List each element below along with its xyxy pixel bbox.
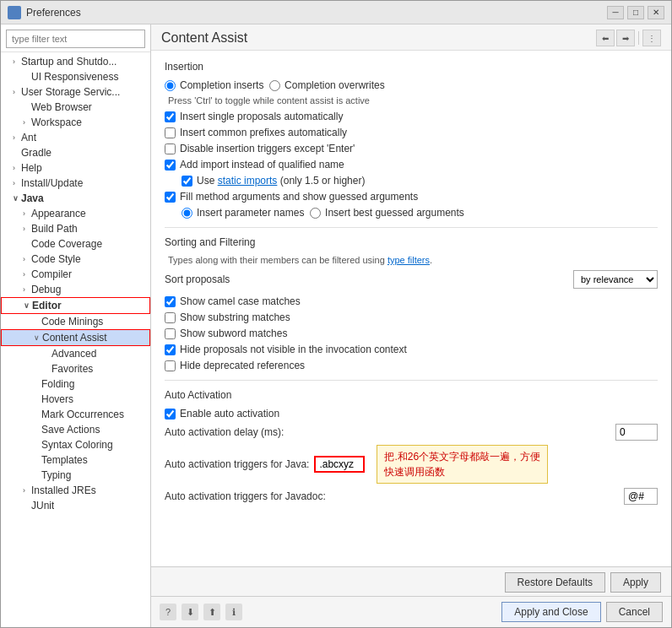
- sidebar-item-typing[interactable]: Typing: [1, 468, 150, 483]
- add-import-checkbox[interactable]: [165, 160, 176, 171]
- add-import-row: Add import instead of qualified name: [165, 159, 658, 171]
- camel-case-checkbox[interactable]: [165, 296, 176, 307]
- sidebar-item-gradle[interactable]: Gradle: [1, 145, 150, 160]
- javadoc-trigger-input[interactable]: [624, 488, 658, 505]
- sidebar-item-label: Appearance: [31, 208, 86, 219]
- enable-auto-activation-checkbox[interactable]: [165, 409, 176, 420]
- sidebar-item-label: Web Browser: [31, 101, 92, 113]
- sidebar-item-favorites[interactable]: Favorites: [1, 361, 150, 376]
- sidebar-item-label: Install/Update: [21, 177, 83, 189]
- sorting-hint-end: .: [430, 255, 432, 265]
- back-button[interactable]: ⬅: [596, 30, 615, 46]
- sidebar-item-save-actions[interactable]: Save Actions: [1, 422, 150, 437]
- maximize-button[interactable]: □: [627, 6, 644, 19]
- panel-toolbar: ⬅ ➡ ⋮: [596, 30, 661, 46]
- fill-method-label: Fill method arguments and show guessed a…: [180, 191, 418, 203]
- sidebar-item-label: JUnit: [31, 500, 54, 512]
- menu-button[interactable]: ⋮: [642, 30, 661, 46]
- sidebar: › Startup and Shutdo... UI Responsivenes…: [1, 24, 151, 627]
- insert-common-checkbox[interactable]: [165, 127, 176, 138]
- sidebar-item-label: Save Actions: [41, 424, 100, 436]
- sidebar-item-help[interactable]: › Help: [1, 160, 150, 176]
- sidebar-item-compiler[interactable]: › Compiler: [1, 267, 150, 282]
- sidebar-item-code-style[interactable]: › Code Style: [1, 252, 150, 267]
- java-trigger-input[interactable]: [314, 456, 365, 473]
- insert-single-row: Insert single proposals automatically: [165, 111, 658, 122]
- sidebar-item-installed-jres[interactable]: › Installed JREs: [1, 483, 150, 498]
- sidebar-item-build-path[interactable]: › Build Path: [1, 221, 150, 236]
- sidebar-item-editor[interactable]: ∨ Editor: [1, 297, 150, 314]
- sidebar-item-mark-occurrences[interactable]: Mark Occurrences: [1, 407, 150, 422]
- completion-overwrites-radio[interactable]: [269, 80, 280, 91]
- sort-proposals-label: Sort proposals: [165, 273, 573, 285]
- sidebar-item-startup[interactable]: › Startup and Shutdo...: [1, 54, 150, 69]
- tree: › Startup and Shutdo... UI Responsivenes…: [1, 52, 150, 627]
- sidebar-item-debug[interactable]: › Debug: [1, 282, 150, 297]
- completion-overwrites-label[interactable]: Completion overwrites: [285, 79, 385, 91]
- cancel-button[interactable]: Cancel: [606, 602, 663, 622]
- static-imports-link[interactable]: static imports: [218, 175, 278, 187]
- sidebar-item-label: Code Style: [31, 253, 81, 265]
- sidebar-item-label: Compiler: [31, 268, 72, 280]
- divider-2: [165, 380, 658, 381]
- sidebar-item-ui-responsiveness[interactable]: UI Responsiveness: [1, 69, 150, 84]
- hide-not-visible-checkbox[interactable]: [165, 344, 176, 355]
- help-icon[interactable]: ?: [160, 604, 176, 620]
- param-mode-row: Insert parameter names Insert best guess…: [165, 207, 658, 219]
- auto-activation-section-title: Auto Activation: [165, 389, 658, 401]
- enable-auto-activation-row: Enable auto activation: [165, 408, 658, 420]
- sidebar-item-appearance[interactable]: › Appearance: [1, 206, 150, 221]
- apply-and-close-button[interactable]: Apply and Close: [501, 602, 600, 622]
- panel-header: Content Assist ⬅ ➡ ⋮: [151, 24, 671, 51]
- fill-method-checkbox[interactable]: [165, 192, 176, 203]
- insert-param-radio[interactable]: [182, 208, 192, 219]
- close-button[interactable]: ✕: [648, 6, 664, 19]
- minimize-button[interactable]: ─: [607, 6, 624, 19]
- insert-best-radio[interactable]: [310, 208, 321, 219]
- completion-inserts-label[interactable]: Completion inserts: [180, 79, 263, 91]
- sidebar-item-user-storage[interactable]: › User Storage Servic...: [1, 84, 150, 100]
- sidebar-item-syntax-coloring[interactable]: Syntax Coloring: [1, 437, 150, 452]
- export-icon[interactable]: ⬇: [182, 604, 198, 620]
- forward-button[interactable]: ➡: [616, 30, 635, 46]
- search-input[interactable]: [6, 30, 145, 48]
- divider-1: [165, 227, 658, 228]
- import-icon[interactable]: ⬆: [203, 604, 220, 620]
- sidebar-item-code-minings[interactable]: Code Minings: [1, 314, 150, 329]
- info-icon[interactable]: ℹ: [225, 604, 242, 620]
- delay-input[interactable]: [615, 424, 658, 441]
- sidebar-item-java[interactable]: ∨ Java: [1, 191, 150, 206]
- sidebar-item-label: Java: [21, 192, 44, 204]
- arrow-icon: ›: [13, 57, 21, 66]
- sidebar-item-ant[interactable]: › Ant: [1, 130, 150, 145]
- apply-button[interactable]: Apply: [610, 572, 661, 593]
- disable-insertion-checkbox[interactable]: [165, 143, 176, 154]
- sidebar-item-install-update[interactable]: › Install/Update: [1, 176, 150, 191]
- arrow-icon: ›: [23, 209, 31, 218]
- sidebar-item-web-browser[interactable]: Web Browser: [1, 100, 150, 115]
- subword-label: Show subword matches: [180, 328, 287, 339]
- completion-inserts-radio[interactable]: [165, 80, 176, 91]
- sidebar-item-junit[interactable]: JUnit: [1, 498, 150, 513]
- restore-defaults-button[interactable]: Restore Defaults: [505, 572, 605, 593]
- substring-checkbox[interactable]: [165, 312, 176, 323]
- arrow-icon: ∨: [13, 194, 21, 203]
- use-static-checkbox[interactable]: [182, 176, 192, 187]
- right-panel: Content Assist ⬅ ➡ ⋮ Insertion Completio…: [151, 24, 671, 627]
- sidebar-item-workspace[interactable]: › Workspace: [1, 115, 150, 130]
- sidebar-item-templates[interactable]: Templates: [1, 452, 150, 468]
- sidebar-item-content-assist[interactable]: ∨ Content Assist: [1, 329, 150, 346]
- sorting-hint: Types along with their members can be fi…: [165, 255, 658, 265]
- sidebar-item-code-coverage[interactable]: Code Coverage: [1, 236, 150, 252]
- hide-deprecated-checkbox[interactable]: [165, 360, 176, 371]
- sidebar-item-folding[interactable]: Folding: [1, 376, 150, 392]
- sidebar-item-advanced[interactable]: Advanced: [1, 346, 150, 361]
- sort-proposals-select[interactable]: by relevance alphabetically: [573, 270, 658, 289]
- insert-single-checkbox[interactable]: [165, 111, 176, 122]
- sidebar-item-hovers[interactable]: Hovers: [1, 392, 150, 407]
- type-filters-link[interactable]: type filters: [387, 255, 430, 265]
- delay-row: Auto activation delay (ms):: [165, 424, 658, 441]
- sidebar-item-label: User Storage Servic...: [21, 86, 120, 98]
- java-trigger-label: Auto activation triggers for Java:: [165, 458, 309, 470]
- subword-checkbox[interactable]: [165, 328, 176, 339]
